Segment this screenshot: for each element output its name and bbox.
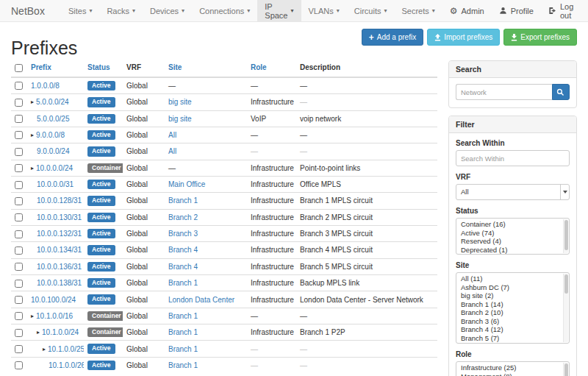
row-checkbox[interactable] [15, 361, 23, 369]
vrf-select[interactable]: All [456, 184, 570, 200]
prefix-link[interactable]: 10.1.0.0/16 [36, 312, 73, 320]
nav-item[interactable]: Connections▾ [192, 0, 257, 21]
prefix-link[interactable]: 10.1.0.0/25 [48, 345, 84, 353]
vrf-cell: Global [123, 357, 165, 373]
scrollbar-thumb[interactable] [564, 363, 568, 376]
nav-item[interactable]: Sites▾ [61, 0, 99, 21]
select-option[interactable]: Reserved (4) [456, 237, 569, 246]
nav-item[interactable]: Circuits▾ [347, 0, 395, 21]
site-link[interactable]: Branch 2 [168, 213, 198, 221]
select-option[interactable]: Branch 3 (6) [456, 317, 569, 326]
column-header[interactable]: Site [165, 60, 247, 77]
profile-link[interactable]: Profile [492, 0, 541, 21]
row-checkbox[interactable] [15, 263, 23, 271]
row-checkbox[interactable] [15, 181, 23, 189]
select-all-checkbox[interactable] [15, 64, 23, 72]
site-link[interactable]: Branch 1 [168, 345, 198, 353]
prefix-link[interactable]: 5.0.0.0/24 [36, 98, 68, 106]
site-link[interactable]: Branch 1 [168, 196, 198, 205]
add-prefix-button[interactable]: + Add a prefix [362, 29, 423, 46]
row-checkbox[interactable] [15, 246, 23, 255]
row-checkbox[interactable] [15, 296, 23, 304]
row-checkbox[interactable] [15, 99, 23, 107]
prefix-link[interactable]: 10.0.0.134/31 [37, 246, 82, 254]
site-link[interactable]: Branch 1 [168, 361, 198, 369]
select-option[interactable]: Branch 1 (14) [456, 300, 569, 309]
admin-link[interactable]: ⚙ Admin [442, 0, 492, 21]
prefix-link[interactable]: 10.0.0.130/31 [37, 213, 82, 221]
select-option[interactable]: Active (74) [456, 229, 569, 238]
prefix-link[interactable]: 9.0.0.0/8 [36, 131, 65, 139]
row-checkbox[interactable] [15, 164, 23, 172]
scrollbar-thumb[interactable] [564, 220, 568, 250]
prefix-link[interactable]: 9.0.0.0/24 [37, 147, 69, 155]
nav-item[interactable]: Racks▾ [99, 0, 143, 21]
site-link[interactable]: Branch 4 [168, 263, 198, 271]
prefix-link[interactable]: 10.1.0.0/24 [42, 328, 79, 336]
site-link[interactable]: — [168, 164, 176, 172]
row-checkbox[interactable] [15, 115, 23, 123]
row-checkbox[interactable] [15, 82, 23, 90]
row-checkbox[interactable] [15, 148, 23, 156]
nav-item[interactable]: IP Space▾ [257, 0, 301, 21]
search-input[interactable] [456, 84, 552, 100]
export-prefixes-button[interactable]: Export prefixes [503, 29, 577, 46]
column-header[interactable]: VRF [123, 60, 165, 77]
nav-item[interactable]: Secrets▾ [394, 0, 442, 21]
select-option[interactable]: Branch 4 (12) [456, 325, 569, 334]
site-link[interactable]: Branch 3 [168, 230, 198, 238]
select-option[interactable]: Deprecated (1) [456, 246, 569, 255]
search-button[interactable] [552, 84, 570, 100]
site-link[interactable]: All [168, 131, 176, 139]
prefix-link[interactable]: 1.0.0.0/8 [31, 82, 60, 90]
site-link[interactable]: Branch 4 [168, 246, 198, 254]
select-option[interactable]: COLO-1-01 (0) [456, 342, 569, 344]
select-option[interactable]: big site (2) [456, 291, 569, 300]
select-option[interactable]: Branch 2 (10) [456, 308, 569, 317]
site-link[interactable]: big site [168, 115, 192, 123]
column-header[interactable]: Role [247, 60, 296, 77]
select-option[interactable]: Infrastructure (25) [456, 363, 569, 372]
row-checkbox[interactable] [15, 230, 23, 238]
column-header[interactable]: Prefix [27, 60, 84, 77]
select-option[interactable]: Management (8) [456, 372, 569, 376]
prefix-link[interactable]: 10.0.0.0/24 [36, 164, 73, 172]
prefix-link[interactable]: 10.0.100.0/24 [31, 296, 76, 304]
prefix-link[interactable]: 10.0.0.132/31 [37, 230, 82, 238]
scrollbar-thumb[interactable] [564, 274, 568, 294]
prefix-link[interactable]: 10.0.0.136/31 [37, 263, 82, 271]
select-option[interactable]: Branch 5 (7) [456, 334, 569, 343]
prefix-link[interactable]: 10.0.0.0/31 [37, 180, 74, 188]
row-checkbox[interactable] [15, 197, 23, 205]
site-link[interactable]: Branch 1 [168, 279, 198, 287]
nav-item[interactable]: VLANs▾ [301, 0, 347, 21]
select-option[interactable]: All (11) [456, 274, 569, 283]
row-checkbox[interactable] [15, 345, 23, 353]
import-prefixes-button[interactable]: Import prefixes [427, 29, 500, 46]
column-header[interactable]: Status [84, 60, 123, 77]
select-option[interactable]: Container (16) [456, 220, 569, 229]
navbar-brand[interactable]: NetBox [11, 0, 45, 21]
site-link[interactable]: All [168, 147, 176, 155]
site-link[interactable]: big site [168, 98, 192, 106]
row-checkbox[interactable] [15, 213, 23, 221]
site-link[interactable]: Branch 1 [168, 312, 198, 320]
row-checkbox[interactable] [15, 312, 23, 320]
prefix-link[interactable]: 10.0.0.128/31 [37, 196, 82, 205]
row-checkbox[interactable] [15, 131, 23, 139]
site-link[interactable]: — [168, 82, 176, 90]
site-cell: big site [165, 94, 247, 110]
site-link[interactable]: Main Office [168, 180, 205, 188]
select-option[interactable]: Ashburn DC (7) [456, 283, 569, 292]
site-link[interactable]: Branch 1 [168, 328, 198, 336]
row-checkbox[interactable] [15, 329, 23, 337]
prefix-link[interactable]: 10.0.0.138/31 [37, 279, 82, 287]
row-checkbox[interactable] [15, 280, 23, 288]
site-link[interactable]: London Data Center [168, 296, 234, 304]
logout-link[interactable]: Log out [541, 0, 581, 21]
prefix-link[interactable]: 5.0.0.0/25 [37, 115, 69, 123]
column-header[interactable]: Description [296, 60, 437, 77]
nav-item[interactable]: Devices▾ [143, 0, 192, 21]
prefix-link[interactable]: 10.1.0.0/26 [49, 361, 84, 369]
search-within-input[interactable] [456, 150, 570, 166]
